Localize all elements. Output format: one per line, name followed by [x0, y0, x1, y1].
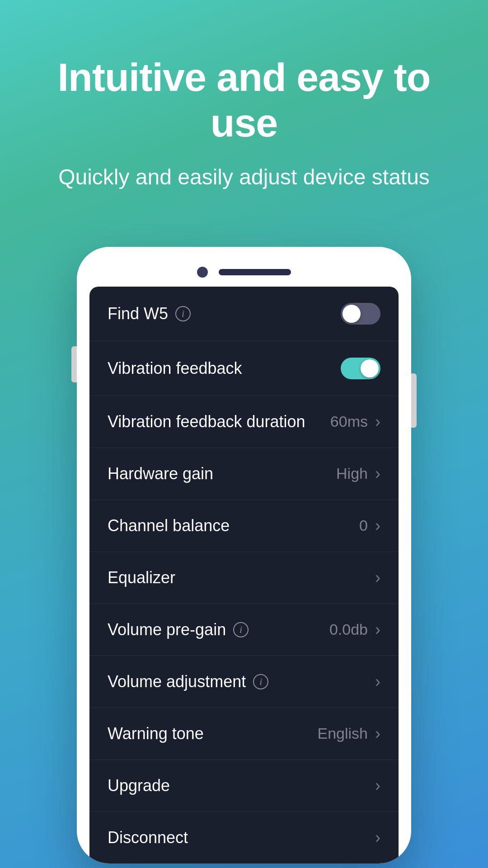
item-right-vibration-feedback	[341, 358, 380, 379]
settings-item-find-w5[interactable]: Find W5i	[89, 287, 399, 341]
item-label-disconnect: Disconnect	[108, 828, 188, 847]
phone-screen: Find W5iVibration feedbackVibration feed…	[89, 287, 399, 863]
item-value-warning-tone: English	[317, 725, 368, 742]
info-icon-volume-adjustment[interactable]: i	[253, 674, 268, 689]
item-left-vibration-feedback: Vibration feedback	[108, 359, 242, 378]
item-left-vibration-feedback-duration: Vibration feedback duration	[108, 412, 305, 431]
item-right-volume-adjustment: ›	[375, 674, 380, 690]
item-left-warning-tone: Warning tone	[108, 724, 204, 743]
chevron-icon-channel-balance: ›	[375, 518, 380, 534]
settings-item-hardware-gain[interactable]: Hardware gainHigh›	[89, 448, 399, 500]
hero-subtitle: Quickly and easily adjust device status	[27, 162, 461, 192]
phone-top-bar	[89, 259, 399, 287]
toggle-vibration-feedback[interactable]	[341, 358, 380, 379]
settings-item-disconnect[interactable]: Disconnect›	[89, 812, 399, 863]
item-right-channel-balance: 0›	[359, 517, 380, 534]
chevron-icon-disconnect: ›	[375, 830, 380, 846]
toggle-knob-vibration-feedback	[361, 359, 379, 377]
phone-wrapper: Find W5iVibration feedbackVibration feed…	[77, 247, 411, 863]
item-left-equalizer: Equalizer	[108, 568, 175, 587]
item-right-hardware-gain: High›	[336, 465, 380, 482]
settings-item-channel-balance[interactable]: Channel balance0›	[89, 500, 399, 552]
phone-speaker	[219, 269, 291, 275]
chevron-icon-upgrade: ›	[375, 778, 380, 794]
settings-item-upgrade[interactable]: Upgrade›	[89, 760, 399, 812]
phone-side-button-left	[71, 346, 77, 382]
item-left-hardware-gain: Hardware gain	[108, 464, 213, 483]
item-right-vibration-feedback-duration: 60ms›	[330, 413, 380, 430]
phone-frame: Find W5iVibration feedbackVibration feed…	[77, 247, 411, 863]
item-right-upgrade: ›	[375, 778, 380, 794]
settings-item-volume-adjustment[interactable]: Volume adjustmenti›	[89, 656, 399, 708]
settings-item-vibration-feedback-duration[interactable]: Vibration feedback duration60ms›	[89, 396, 399, 448]
item-left-volume-pre-gain: Volume pre-gaini	[108, 620, 249, 639]
chevron-icon-vibration-feedback-duration: ›	[375, 414, 380, 430]
item-right-warning-tone: English›	[317, 725, 380, 742]
item-label-hardware-gain: Hardware gain	[108, 464, 213, 483]
item-label-upgrade: Upgrade	[108, 776, 170, 795]
phone-camera	[197, 267, 208, 278]
info-icon-find-w5[interactable]: i	[175, 306, 191, 321]
item-label-volume-adjustment: Volume adjustment	[108, 672, 246, 691]
item-left-upgrade: Upgrade	[108, 776, 170, 795]
item-label-warning-tone: Warning tone	[108, 724, 204, 743]
item-right-find-w5	[341, 303, 380, 325]
item-right-equalizer: ›	[375, 570, 380, 586]
item-label-equalizer: Equalizer	[108, 568, 175, 587]
toggle-find-w5[interactable]	[341, 303, 380, 325]
item-value-volume-pre-gain: 0.0db	[329, 621, 368, 638]
item-value-channel-balance: 0	[359, 517, 368, 534]
chevron-icon-hardware-gain: ›	[375, 466, 380, 482]
item-label-channel-balance: Channel balance	[108, 516, 230, 535]
chevron-icon-equalizer: ›	[375, 570, 380, 586]
item-left-channel-balance: Channel balance	[108, 516, 230, 535]
info-icon-volume-pre-gain[interactable]: i	[233, 622, 249, 637]
item-label-volume-pre-gain: Volume pre-gain	[108, 620, 226, 639]
settings-item-equalizer[interactable]: Equalizer›	[89, 552, 399, 604]
toggle-knob-find-w5	[343, 305, 361, 323]
item-value-vibration-feedback-duration: 60ms	[330, 413, 368, 430]
item-label-vibration-feedback-duration: Vibration feedback duration	[108, 412, 305, 431]
item-left-find-w5: Find W5i	[108, 304, 191, 323]
item-label-find-w5: Find W5	[108, 304, 168, 323]
settings-list: Find W5iVibration feedbackVibration feed…	[89, 287, 399, 863]
settings-item-volume-pre-gain[interactable]: Volume pre-gaini0.0db›	[89, 604, 399, 656]
phone-side-button-right	[411, 373, 417, 428]
hero-title: Intuitive and easy to use	[27, 54, 461, 146]
item-value-hardware-gain: High	[336, 465, 368, 482]
settings-item-vibration-feedback[interactable]: Vibration feedback	[89, 341, 399, 396]
item-label-vibration-feedback: Vibration feedback	[108, 359, 242, 378]
item-right-disconnect: ›	[375, 830, 380, 846]
chevron-icon-warning-tone: ›	[375, 726, 380, 742]
item-left-disconnect: Disconnect	[108, 828, 188, 847]
hero-section: Intuitive and easy to use Quickly and ea…	[0, 0, 488, 220]
item-left-volume-adjustment: Volume adjustmenti	[108, 672, 268, 691]
chevron-icon-volume-adjustment: ›	[375, 674, 380, 690]
settings-item-warning-tone[interactable]: Warning toneEnglish›	[89, 708, 399, 760]
item-right-volume-pre-gain: 0.0db›	[329, 621, 380, 638]
chevron-icon-volume-pre-gain: ›	[375, 622, 380, 638]
